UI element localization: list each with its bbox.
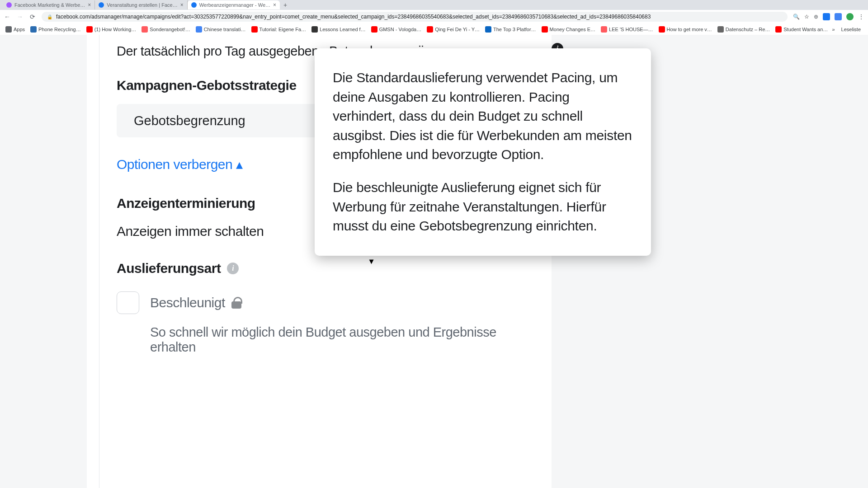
bookmark-item[interactable]: Chinese translati… bbox=[194, 25, 248, 33]
bookmark-item[interactable]: The Top 3 Platfor… bbox=[483, 25, 538, 33]
apps-label: Apps bbox=[14, 27, 25, 32]
browser-tab-active[interactable]: Werbeanzeigenmanager - We… × bbox=[188, 0, 280, 9]
favicon-icon bbox=[99, 2, 104, 8]
bookmark-label: Sonderangebot!… bbox=[150, 27, 190, 32]
reload-button[interactable]: ⟳ bbox=[29, 13, 36, 20]
bookmark-item[interactable]: Money Changes E… bbox=[540, 25, 598, 33]
bookmark-label: Tutorial: Eigene Fa… bbox=[259, 27, 307, 32]
url-text: facebook.com/adsmanager/manage/campaigns… bbox=[56, 14, 651, 20]
bookmark-item[interactable]: GMSN - Vologda… bbox=[369, 25, 424, 33]
bookmark-label: Lessons Learned f… bbox=[320, 27, 366, 32]
apps-button[interactable]: Apps bbox=[4, 25, 27, 33]
delivery-type-tooltip: Die Standardauslieferung verwendet Pacin… bbox=[315, 48, 651, 256]
bookmark-favicon-icon bbox=[542, 26, 548, 33]
star-icon[interactable]: ☆ bbox=[804, 14, 809, 20]
nav-bar: ← → ⟳ 🔒 facebook.com/adsmanager/manage/c… bbox=[0, 10, 868, 23]
bookmark-item[interactable]: (1) How Working… bbox=[85, 25, 138, 33]
bookmark-label: How to get more v… bbox=[667, 27, 712, 32]
bookmark-favicon-icon bbox=[775, 26, 782, 33]
bookmark-favicon-icon bbox=[251, 26, 258, 33]
bookmark-label: The Top 3 Platfor… bbox=[493, 27, 536, 32]
bookmark-bar: Apps Phone Recycling…(1) How Working…Son… bbox=[0, 23, 868, 35]
bookmark-favicon-icon bbox=[371, 26, 377, 33]
zoom-icon[interactable]: 🔍 bbox=[793, 14, 800, 20]
bookmark-item[interactable]: Qing Fei De Yi - Y… bbox=[425, 25, 481, 33]
bookmark-label: Datenschutz – Re… bbox=[726, 27, 770, 32]
bookmark-label: GMSN - Vologda… bbox=[379, 27, 422, 32]
url-bar[interactable]: 🔒 facebook.com/adsmanager/manage/campaig… bbox=[42, 12, 788, 22]
back-button[interactable]: ← bbox=[4, 13, 11, 20]
bookmark-item[interactable]: Datenschutz – Re… bbox=[716, 25, 772, 33]
new-tab-button[interactable]: + bbox=[280, 1, 291, 9]
bookmark-item[interactable]: Lessons Learned f… bbox=[310, 25, 368, 33]
bookmark-favicon-icon bbox=[601, 26, 607, 33]
tab-label: Werbeanzeigenmanager - We… bbox=[199, 2, 270, 8]
delivery-type-heading: Auslieferungsart bbox=[117, 261, 221, 276]
menu-icon[interactable]: ⋮ bbox=[858, 13, 864, 20]
bookmark-favicon-icon bbox=[30, 26, 37, 33]
bookmark-item[interactable]: Phone Recycling… bbox=[28, 25, 83, 33]
lock-icon bbox=[231, 297, 241, 309]
tab-close-icon[interactable]: × bbox=[88, 2, 91, 8]
bookmark-overflow[interactable]: » bbox=[829, 27, 837, 32]
bookmark-label: (1) How Working… bbox=[94, 27, 137, 32]
apps-icon bbox=[5, 26, 12, 33]
bookmark-item[interactable]: Student Wants an… bbox=[774, 25, 827, 33]
bookmark-item[interactable]: Sonderangebot!… bbox=[140, 25, 192, 33]
bookmark-item[interactable]: LEE 'S HOUSE—… bbox=[599, 25, 655, 33]
favicon-icon bbox=[6, 2, 12, 8]
bookmark-favicon-icon bbox=[485, 26, 491, 33]
bid-cap-label: Gebotsbegrenzung bbox=[134, 113, 245, 128]
bookmark-favicon-icon bbox=[142, 26, 148, 33]
bookmark-item[interactable]: How to get more v… bbox=[657, 25, 714, 33]
accelerated-description: So schnell wir möglich dein Budget ausge… bbox=[150, 325, 534, 355]
browser-tab[interactable]: Veranstaltung erstellen | Face… × bbox=[95, 0, 187, 9]
bookmark-favicon-icon bbox=[659, 26, 665, 33]
tab-label: Facebook Marketing & Werbe… bbox=[14, 2, 85, 8]
tab-close-icon[interactable]: × bbox=[180, 2, 184, 8]
tooltip-paragraph: Die beschleunigte Auslieferung eignet si… bbox=[333, 178, 633, 236]
settings-panel: Der tatsächlich pro Tag ausgegebene Betr… bbox=[99, 35, 552, 488]
bookmark-label: Phone Recycling… bbox=[38, 27, 81, 32]
reading-list-label: Leseliste bbox=[841, 27, 861, 32]
cursor-icon: ▾ bbox=[369, 256, 373, 266]
page-content: Der tatsächlich pro Tag ausgegebene Betr… bbox=[0, 35, 868, 488]
accelerated-label: Beschleunigt bbox=[150, 295, 225, 310]
bookmark-favicon-icon bbox=[311, 26, 318, 33]
translate-icon[interactable]: ⊕ bbox=[814, 14, 818, 20]
bookmark-label: Chinese translati… bbox=[204, 27, 246, 32]
lock-icon: 🔒 bbox=[47, 14, 52, 19]
accelerated-checkbox[interactable] bbox=[117, 291, 139, 314]
reading-list-button[interactable]: Leseliste bbox=[840, 27, 864, 32]
bookmark-label: LEE 'S HOUSE—… bbox=[609, 27, 653, 32]
left-rail bbox=[87, 35, 99, 488]
tab-close-icon[interactable]: × bbox=[273, 2, 276, 8]
bookmark-favicon-icon bbox=[427, 26, 433, 33]
tab-bar: Facebook Marketing & Werbe… × Veranstalt… bbox=[0, 0, 868, 10]
tooltip-paragraph: Die Standardauslieferung verwendet Pacin… bbox=[333, 68, 633, 164]
browser-tab[interactable]: Facebook Marketing & Werbe… × bbox=[3, 0, 95, 9]
browser-chrome: Facebook Marketing & Werbe… × Veranstalt… bbox=[0, 0, 868, 35]
forward-button[interactable]: → bbox=[16, 13, 24, 20]
info-icon[interactable]: i bbox=[227, 263, 239, 274]
ext-icon[interactable] bbox=[823, 13, 830, 20]
bookmark-item[interactable]: Tutorial: Eigene Fa… bbox=[250, 25, 308, 33]
bookmark-label: Student Wants an… bbox=[783, 27, 827, 32]
bookmark-label: Money Changes E… bbox=[550, 27, 596, 32]
bookmark-favicon-icon bbox=[717, 26, 724, 33]
bookmark-favicon-icon bbox=[86, 26, 93, 33]
tab-label: Veranstaltung erstellen | Face… bbox=[107, 2, 177, 8]
favicon-icon bbox=[191, 2, 197, 8]
bookmark-favicon-icon bbox=[196, 26, 202, 33]
ext-icon[interactable] bbox=[846, 13, 854, 20]
bookmark-label: Qing Fei De Yi - Y… bbox=[435, 27, 480, 32]
nav-right-icons: 🔍 ☆ ⊕ ⋮ bbox=[793, 13, 864, 20]
ext-icon[interactable] bbox=[835, 13, 842, 20]
